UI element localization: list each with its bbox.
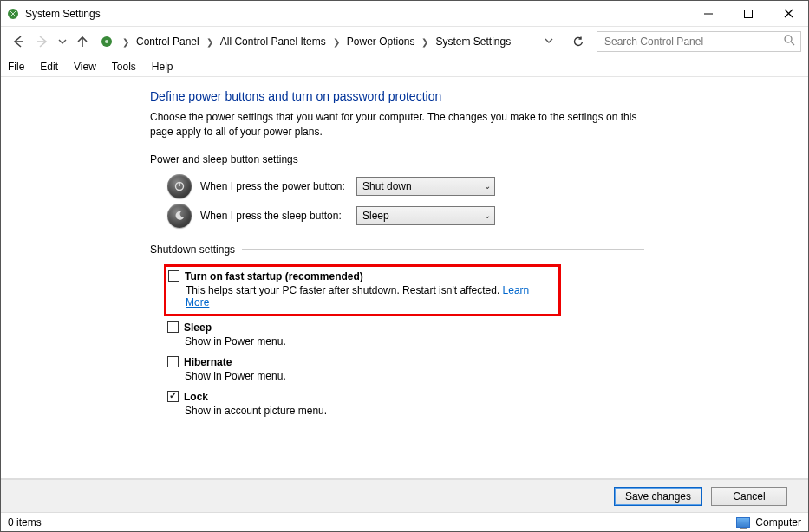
hibernate-checkbox[interactable] bbox=[167, 356, 179, 367]
search-icon bbox=[784, 35, 795, 49]
chevron-right-icon[interactable]: ❯ bbox=[418, 37, 432, 47]
divider bbox=[242, 249, 644, 250]
section-shutdown-settings: Shutdown settings bbox=[150, 243, 644, 256]
chevron-down-icon: ⌄ bbox=[484, 181, 491, 191]
lock-checkbox[interactable] bbox=[167, 391, 179, 402]
up-button[interactable] bbox=[72, 31, 93, 52]
sleep-button-dropdown[interactable]: Sleep ⌄ bbox=[356, 206, 495, 225]
breadcrumb-item[interactable]: System Settings bbox=[434, 36, 512, 48]
svg-point-9 bbox=[105, 40, 108, 43]
power-button-label: When I press the power button: bbox=[200, 180, 348, 192]
sleep-desc: Show in Power menu. bbox=[185, 335, 644, 347]
menu-help[interactable]: Help bbox=[152, 61, 173, 73]
sleep-button-label: When I press the sleep button: bbox=[200, 210, 348, 222]
sleep-label: Sleep bbox=[184, 321, 212, 334]
content-area: Define power buttons and turn on passwor… bbox=[1, 77, 808, 479]
sleep-checkbox[interactable] bbox=[167, 321, 179, 333]
cancel-button[interactable]: Cancel bbox=[711, 487, 787, 506]
svg-line-11 bbox=[791, 42, 794, 45]
divider bbox=[305, 159, 644, 159]
button-bar: Save changes Cancel bbox=[1, 479, 808, 512]
dropdown-value: Sleep bbox=[362, 210, 389, 222]
fast-startup-label: Turn on fast startup (recommended) bbox=[185, 270, 363, 282]
hibernate-label: Hibernate bbox=[184, 356, 232, 368]
lock-label: Lock bbox=[184, 391, 208, 403]
forward-button[interactable] bbox=[32, 31, 53, 52]
lock-desc: Show in account picture menu. bbox=[185, 405, 644, 417]
window-title: System Settings bbox=[25, 8, 101, 20]
chevron-right-icon[interactable]: ❯ bbox=[329, 37, 343, 47]
navigation-bar: ❯ Control Panel ❯ All Control Panel Item… bbox=[1, 27, 808, 56]
menu-bar: File Edit View Tools Help bbox=[1, 56, 808, 77]
status-item-count: 0 items bbox=[8, 516, 42, 529]
breadcrumb-dropdown-button[interactable] bbox=[541, 36, 557, 47]
titlebar: System Settings bbox=[1, 1, 808, 27]
app-icon bbox=[6, 7, 20, 21]
sleep-button-row: When I press the sleep button: Sleep ⌄ bbox=[167, 204, 644, 228]
section-label: Shutdown settings bbox=[150, 243, 235, 256]
breadcrumb[interactable]: ❯ Control Panel ❯ All Control Panel Item… bbox=[96, 31, 560, 52]
status-location: Computer bbox=[736, 516, 801, 529]
close-button[interactable] bbox=[768, 1, 808, 26]
save-changes-button[interactable]: Save changes bbox=[614, 487, 702, 506]
window-controls bbox=[688, 1, 808, 26]
menu-file[interactable]: File bbox=[8, 61, 24, 73]
power-icon bbox=[167, 174, 192, 198]
chevron-right-icon[interactable]: ❯ bbox=[119, 37, 133, 47]
hibernate-desc: Show in Power menu. bbox=[185, 370, 644, 382]
fast-startup-checkbox[interactable] bbox=[168, 270, 179, 282]
fast-startup-highlight: Turn on fast startup (recommended) This … bbox=[164, 264, 561, 316]
power-button-dropdown[interactable]: Shut down ⌄ bbox=[356, 177, 495, 196]
power-button-row: When I press the power button: Shut down… bbox=[167, 174, 644, 198]
breadcrumb-item[interactable]: All Control Panel Items bbox=[219, 36, 328, 48]
lock-option: Lock Show in account picture menu. bbox=[167, 391, 644, 417]
status-location-label: Computer bbox=[755, 516, 801, 529]
maximize-button[interactable] bbox=[728, 1, 768, 26]
page-title: Define power buttons and turn on passwor… bbox=[150, 89, 644, 103]
section-label: Power and sleep button settings bbox=[150, 153, 298, 165]
svg-rect-2 bbox=[745, 10, 753, 17]
search-field[interactable] bbox=[603, 35, 784, 49]
status-bar: 0 items Computer bbox=[1, 512, 808, 531]
minimize-button[interactable] bbox=[688, 1, 728, 26]
chevron-right-icon[interactable]: ❯ bbox=[203, 37, 217, 47]
dropdown-value: Shut down bbox=[362, 180, 412, 192]
sleep-icon bbox=[167, 204, 192, 228]
computer-icon bbox=[736, 517, 750, 528]
menu-edit[interactable]: Edit bbox=[40, 61, 58, 73]
control-panel-icon bbox=[100, 35, 114, 49]
recent-dropdown-button[interactable] bbox=[56, 31, 69, 52]
search-input[interactable] bbox=[597, 31, 801, 52]
section-power-sleep-buttons: Power and sleep button settings bbox=[150, 153, 644, 165]
chevron-down-icon: ⌄ bbox=[484, 211, 491, 220]
menu-view[interactable]: View bbox=[74, 61, 96, 73]
refresh-button[interactable] bbox=[567, 31, 590, 52]
hibernate-option: Hibernate Show in Power menu. bbox=[167, 356, 644, 382]
fast-startup-desc: This helps start your PC faster after sh… bbox=[186, 284, 553, 308]
page-intro: Choose the power settings that you want … bbox=[150, 110, 644, 139]
system-settings-window: System Settings bbox=[0, 0, 809, 532]
sleep-option: Sleep Show in Power menu. bbox=[167, 321, 644, 347]
back-button[interactable] bbox=[8, 31, 29, 52]
fast-startup-option: Turn on fast startup (recommended) This … bbox=[168, 270, 553, 308]
menu-tools[interactable]: Tools bbox=[112, 61, 136, 73]
breadcrumb-item[interactable]: Power Options bbox=[345, 36, 417, 48]
svg-point-10 bbox=[785, 36, 792, 42]
breadcrumb-item[interactable]: Control Panel bbox=[134, 36, 201, 48]
